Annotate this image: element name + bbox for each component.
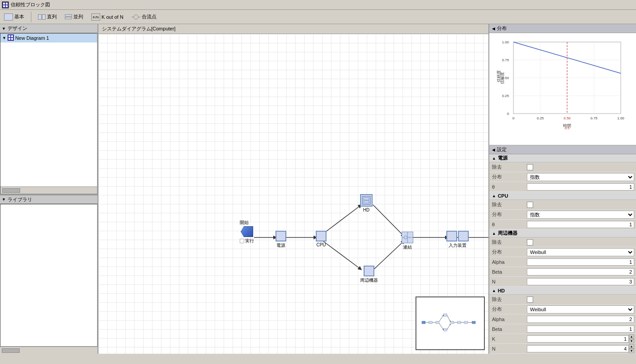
hd-remove-checkbox[interactable] <box>527 296 533 303</box>
input-box2 <box>458 231 469 241</box>
tree-diagram-icon <box>8 34 14 42</box>
peri-alpha-input[interactable] <box>527 258 634 266</box>
svg-rect-4 <box>6 5 8 7</box>
cpu-theta-input[interactable] <box>527 221 634 228</box>
power-group-header[interactable]: ▲ 電源 <box>489 154 636 162</box>
library-h-scrollbar[interactable] <box>0 347 98 354</box>
cpu-dist-label: 分布 <box>489 211 525 218</box>
node-power[interactable]: 電源 <box>276 231 286 249</box>
hd-group-header[interactable]: ▲ HD <box>489 287 636 295</box>
settings-collapse-icon[interactable]: ◀ <box>492 148 495 152</box>
svg-rect-31 <box>450 321 454 324</box>
left-panel: ▼ デザイン ▼ New Diagram 1 ▼ <box>0 24 98 354</box>
toolbar: 基本 直列 並列 K/N K out of N 合流点 <box>0 10 636 24</box>
library-scroll-thumb[interactable] <box>2 348 20 353</box>
hd-n-spin-up[interactable]: ▲ <box>629 344 634 349</box>
power-remove-checkbox[interactable] <box>527 164 533 170</box>
hd-alpha-value <box>525 316 636 323</box>
diagram-label-text: システムダイアグラム[Computer] <box>102 25 175 32</box>
design-scroll-thumb[interactable] <box>2 188 20 193</box>
node-input[interactable]: 入力装置 <box>446 231 469 249</box>
toolbar-parallel[interactable]: 並列 <box>63 12 85 21</box>
node-start[interactable]: 開始 実行 <box>240 226 254 244</box>
hd-k-spin-down[interactable]: ▼ <box>629 339 634 343</box>
hd-k-spin-up[interactable]: ▲ <box>629 334 634 339</box>
svg-rect-30 <box>444 329 447 331</box>
toolbar-sep1 <box>31 12 31 22</box>
hd-alpha-label: Alpha <box>489 317 525 322</box>
svg-text:信頼度: 信頼度 <box>500 72 505 84</box>
hd-remove-row: 除去 <box>489 295 636 305</box>
diagram-area[interactable]: 開始 実行 電源 CPU HD <box>98 34 488 354</box>
power-theta-input[interactable] <box>527 183 634 190</box>
peri-dist-select[interactable]: 指数Weibull正規 <box>527 248 634 256</box>
peri-n-input[interactable] <box>527 278 634 285</box>
hd-beta-row: Beta <box>489 324 636 334</box>
right-panel: ◀ 分布 信頼度 <box>488 24 636 354</box>
hd-n-input[interactable] <box>527 345 629 352</box>
peri-n-label: N <box>489 279 525 284</box>
hd-k-spinbuttons: ▲ ▼ <box>629 334 634 343</box>
hd-n-label: N <box>489 346 525 351</box>
toolbar-basic[interactable]: 基本 <box>2 12 26 22</box>
hd-dist-select[interactable]: 指数Weibull正規 <box>527 305 634 313</box>
toolbar-parallel-label: 並列 <box>73 13 83 20</box>
node-cpu[interactable]: CPU <box>316 231 326 247</box>
node-merge[interactable]: 連結 <box>402 232 413 250</box>
cpu-dist-value: 指数Weibull正規 <box>525 211 636 219</box>
distribution-header: ◀ 分布 <box>489 24 636 33</box>
cpu-group-header[interactable]: ▲ CPU <box>489 192 636 200</box>
peri-n-value <box>525 278 636 285</box>
title-bar: 信頼性ブロック図 <box>0 0 636 10</box>
peri-dist-row: 分布 指数Weibull正規 <box>489 247 636 257</box>
design-header-label: デザイン <box>8 25 27 32</box>
dist-collapse-icon[interactable]: ◀ <box>492 26 495 31</box>
cpu-remove-checkbox[interactable] <box>527 202 533 208</box>
power-property-group: ▲ 電源 除去 分布 指数Weibull正規 <box>489 154 636 192</box>
power-theta-value <box>525 183 636 190</box>
svg-text:0.50: 0.50 <box>564 116 571 120</box>
power-group-label: 電源 <box>498 155 508 161</box>
power-remove-row: 除去 <box>489 162 636 172</box>
hd-dist-value: 指数Weibull正規 <box>525 305 636 313</box>
cpu-theta-row: θ <box>489 220 636 229</box>
power-dist-select[interactable]: 指数Weibull正規 <box>527 173 634 181</box>
svg-rect-11 <box>8 38 10 40</box>
svg-rect-26 <box>422 321 425 324</box>
tree-item-diagram[interactable]: ▼ New Diagram 1 <box>0 34 97 42</box>
peripheral-box <box>364 266 374 276</box>
content-area: ▼ デザイン ▼ New Diagram 1 ▼ <box>0 24 636 354</box>
library-content <box>0 204 98 347</box>
distribution-chart: 信頼度 1.00 0.75 0. <box>489 33 636 145</box>
dist-header-label: 分布 <box>497 25 507 32</box>
input-box1 <box>446 231 457 241</box>
start-shape <box>241 226 253 237</box>
peripheral-group-header[interactable]: ▲ 周辺機器 <box>489 229 636 237</box>
svg-rect-34 <box>472 321 475 324</box>
svg-rect-27 <box>429 321 432 324</box>
toolbar-merge[interactable]: 合流点 <box>129 12 159 22</box>
toolbar-kofn[interactable]: K/N K out of N <box>89 12 126 22</box>
svg-text:0: 0 <box>513 116 515 120</box>
settings-section: ◀ 設定 ▲ 電源 除去 分布 <box>489 145 636 354</box>
peri-beta-input[interactable] <box>527 268 634 275</box>
parallel-icon <box>65 14 72 19</box>
svg-rect-9 <box>8 35 10 37</box>
hd-n-spin-down[interactable]: ▼ <box>629 349 634 353</box>
hd-alpha-input[interactable] <box>527 316 634 323</box>
hd-k-input[interactable] <box>527 335 629 343</box>
peri-remove-checkbox[interactable] <box>527 239 533 245</box>
hd-k-value: ▲ ▼ <box>525 334 636 343</box>
hd-beta-input[interactable] <box>527 326 634 333</box>
hd-n-value: ▲ ▼ <box>525 344 636 353</box>
design-h-scrollbar[interactable] <box>0 186 97 194</box>
cpu-dist-select[interactable]: 指数Weibull正規 <box>527 211 634 219</box>
node-hd[interactable]: HD <box>360 194 373 212</box>
power-theta-label: θ <box>489 184 525 190</box>
svg-rect-28 <box>436 321 439 324</box>
toolbar-series[interactable]: 直列 <box>36 12 59 21</box>
power-box <box>276 231 286 241</box>
peri-remove-label: 除去 <box>489 239 525 245</box>
node-peripheral[interactable]: 周辺機器 <box>360 266 378 284</box>
cpu-collapse-icon: ▲ <box>492 194 496 198</box>
